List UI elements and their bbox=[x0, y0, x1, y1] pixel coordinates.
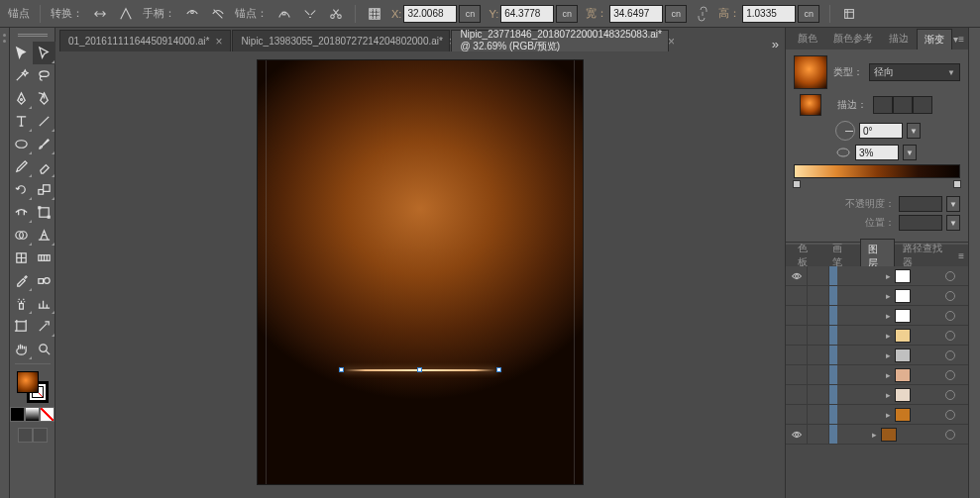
selection-tool[interactable] bbox=[10, 42, 33, 64]
lock-column[interactable] bbox=[808, 425, 829, 444]
rotate-tool[interactable] bbox=[10, 178, 33, 201]
panel-menu-icon[interactable]: ≡ bbox=[958, 250, 964, 261]
lock-column[interactable] bbox=[808, 266, 829, 285]
convert-smooth-icon[interactable] bbox=[91, 5, 109, 23]
expand-toggle[interactable]: ▸ bbox=[881, 291, 895, 301]
eraser-tool[interactable] bbox=[33, 155, 55, 178]
curvature-tool[interactable] bbox=[33, 87, 55, 110]
doc-tab-0[interactable]: 01_20161111164450914000.ai*× bbox=[59, 30, 231, 51]
target-icon[interactable] bbox=[942, 311, 958, 321]
gradient-ramp[interactable] bbox=[794, 164, 960, 178]
handle-show-icon[interactable] bbox=[183, 5, 201, 23]
target-icon[interactable] bbox=[942, 331, 958, 341]
zoom-tool[interactable] bbox=[33, 338, 55, 360]
fill-swatch[interactable] bbox=[17, 371, 39, 393]
stroke-along-icon[interactable] bbox=[893, 96, 913, 114]
target-icon[interactable] bbox=[942, 350, 958, 360]
target-icon[interactable] bbox=[942, 390, 958, 400]
layer-row[interactable]: ▸ bbox=[786, 425, 968, 445]
eyedropper-tool[interactable] bbox=[10, 269, 33, 292]
expand-toggle[interactable]: ▸ bbox=[881, 271, 895, 281]
resize-handle-right[interactable] bbox=[496, 367, 501, 372]
connect-anchor-icon[interactable] bbox=[301, 5, 319, 23]
visibility-toggle[interactable] bbox=[786, 286, 808, 305]
convert-corner-icon[interactable] bbox=[117, 5, 135, 23]
layer-row[interactable]: ▸ bbox=[786, 405, 968, 425]
remove-anchor-icon[interactable] bbox=[275, 5, 293, 23]
lock-column[interactable] bbox=[808, 306, 829, 325]
target-icon[interactable] bbox=[942, 291, 958, 301]
gradient-stop[interactable] bbox=[793, 180, 801, 188]
lock-column[interactable] bbox=[808, 326, 829, 345]
doc-tab-1[interactable]: Nipic_13983055_20180727214204802000.ai*× bbox=[232, 30, 450, 51]
angle-dial[interactable] bbox=[835, 121, 855, 141]
perspective-grid-tool[interactable] bbox=[33, 224, 55, 247]
panel-menu-icon[interactable]: ▾≡ bbox=[953, 34, 964, 45]
paintbrush-tool[interactable] bbox=[33, 133, 55, 155]
target-icon[interactable] bbox=[942, 370, 958, 380]
close-icon[interactable]: × bbox=[668, 35, 675, 49]
isolate-icon[interactable] bbox=[840, 5, 858, 23]
resize-handle-center[interactable] bbox=[417, 367, 422, 372]
cut-anchor-icon[interactable] bbox=[327, 5, 345, 23]
opacity-input[interactable] bbox=[899, 196, 942, 212]
tab-color-guide[interactable]: 颜色参考 bbox=[825, 28, 881, 50]
tab-color[interactable]: 颜色 bbox=[790, 28, 825, 50]
h-input[interactable] bbox=[742, 5, 796, 23]
canvas[interactable] bbox=[55, 51, 785, 498]
screen-mode-normal[interactable] bbox=[18, 428, 33, 443]
visibility-toggle[interactable] bbox=[786, 326, 808, 345]
ellipse-tool[interactable] bbox=[10, 133, 33, 155]
x-input[interactable] bbox=[403, 5, 457, 23]
mesh-tool[interactable] bbox=[10, 247, 33, 269]
artboard-tool[interactable] bbox=[10, 315, 33, 338]
artboard[interactable] bbox=[257, 59, 584, 485]
expand-toggle[interactable]: ▸ bbox=[881, 390, 895, 400]
lock-column[interactable] bbox=[808, 405, 829, 424]
lock-column[interactable] bbox=[808, 346, 829, 364]
opacity-dropdown[interactable]: ▼ bbox=[946, 196, 960, 212]
constrain-proportions-icon[interactable] bbox=[695, 6, 710, 22]
lock-column[interactable] bbox=[808, 365, 829, 384]
slice-tool[interactable] bbox=[33, 315, 55, 338]
doc-tab-2[interactable]: Nipic_23771846_20180722000148325083.ai* … bbox=[451, 30, 669, 51]
selected-line-object[interactable] bbox=[342, 369, 498, 371]
target-icon[interactable] bbox=[942, 271, 958, 281]
blend-tool[interactable] bbox=[33, 269, 55, 292]
fill-stroke-swatches[interactable] bbox=[17, 371, 49, 403]
gradient-tool[interactable] bbox=[33, 247, 55, 269]
location-input[interactable] bbox=[899, 215, 942, 231]
x-unit[interactable]: cn bbox=[459, 5, 481, 23]
pen-tool[interactable] bbox=[10, 87, 33, 110]
layer-row[interactable]: ▸ bbox=[786, 326, 968, 346]
reference-point-icon[interactable] bbox=[366, 5, 383, 23]
visibility-toggle[interactable] bbox=[786, 405, 808, 424]
layer-row[interactable]: ▸ bbox=[786, 286, 968, 306]
tabs-overflow-icon[interactable]: » bbox=[772, 37, 779, 51]
tab-stroke[interactable]: 描边 bbox=[881, 28, 917, 50]
layer-row[interactable]: ▸ bbox=[786, 346, 968, 365]
expand-toggle[interactable]: ▸ bbox=[867, 430, 881, 440]
location-dropdown[interactable]: ▼ bbox=[946, 215, 960, 231]
w-unit[interactable]: cn bbox=[665, 5, 687, 23]
gradient-preview[interactable] bbox=[794, 55, 827, 89]
hand-tool[interactable] bbox=[10, 338, 33, 360]
stroke-across-icon[interactable] bbox=[913, 96, 932, 114]
expand-toggle[interactable]: ▸ bbox=[881, 410, 895, 420]
visibility-toggle[interactable] bbox=[786, 306, 808, 325]
y-input[interactable] bbox=[500, 5, 554, 23]
tab-gradient[interactable]: 渐变 bbox=[917, 29, 952, 50]
target-icon[interactable] bbox=[942, 430, 958, 440]
direct-selection-tool[interactable] bbox=[33, 42, 55, 64]
target-icon[interactable] bbox=[942, 410, 958, 420]
free-transform-tool[interactable] bbox=[33, 201, 55, 224]
screen-mode-full[interactable] bbox=[33, 428, 48, 443]
close-icon[interactable]: × bbox=[215, 35, 222, 49]
magic-wand-tool[interactable] bbox=[10, 64, 33, 87]
w-input[interactable] bbox=[609, 5, 663, 23]
type-tool[interactable] bbox=[10, 110, 33, 133]
layer-row[interactable]: ▸ bbox=[786, 365, 968, 385]
color-mode-solid[interactable] bbox=[10, 407, 25, 422]
visibility-toggle[interactable] bbox=[786, 425, 808, 444]
scale-tool[interactable] bbox=[33, 178, 55, 201]
